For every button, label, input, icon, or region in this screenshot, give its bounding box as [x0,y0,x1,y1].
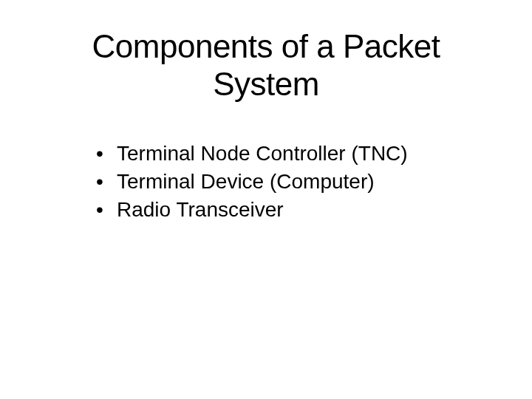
list-item: Terminal Device (Computer) [96,168,488,196]
list-item: Radio Transceiver [96,196,488,224]
list-item: Terminal Node Controller (TNC) [96,140,488,168]
bullet-list: Terminal Node Controller (TNC) Terminal … [44,140,488,223]
slide-container: Components of a Packet System Terminal N… [0,0,532,399]
slide-title: Components of a Packet System [44,28,488,103]
